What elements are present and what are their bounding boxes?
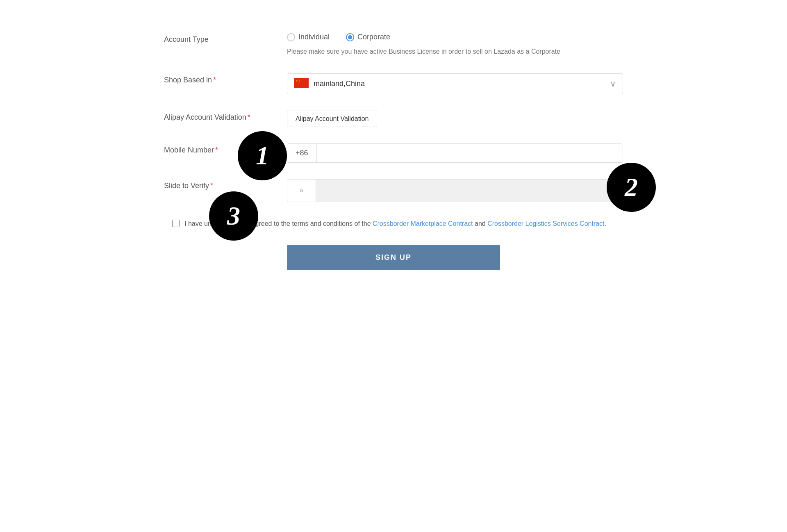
shop-based-row: Shop Based in* mainland,Ch xyxy=(164,73,623,94)
corporate-notice: Please make sure you have active Busines… xyxy=(287,46,623,57)
individual-label: Individual xyxy=(298,33,330,41)
slide-required: * xyxy=(210,182,213,190)
marketplace-contract-link[interactable]: Crossborder Marketplace Contract xyxy=(373,220,473,227)
form-container: Account Type Individual Corporate Please… xyxy=(148,25,639,278)
country-code: +86 xyxy=(287,144,317,162)
alipay-row: Alipay Account Validation* Alipay Accoun… xyxy=(164,111,623,127)
mobile-number-row: Mobile Number* +86 1 xyxy=(164,143,623,163)
terms-prefix: I have understood and agreed to the term… xyxy=(184,220,373,227)
slide-handle[interactable]: » xyxy=(287,180,316,202)
china-flag-svg xyxy=(294,78,309,88)
mobile-content: +86 xyxy=(287,143,623,163)
account-type-radio-group: Individual Corporate xyxy=(287,33,623,41)
terms-checkbox[interactable] xyxy=(172,220,180,227)
shop-based-label: Shop Based in* xyxy=(164,73,271,84)
slide-verify-label: Slide to Verify* xyxy=(164,179,271,190)
annotation-3: 3 xyxy=(209,191,258,241)
terms-and: and xyxy=(473,220,488,227)
china-flag-icon xyxy=(294,78,309,90)
alipay-button[interactable]: Alipay Account Validation xyxy=(287,111,377,127)
slide-verify-control[interactable]: » xyxy=(287,179,623,202)
mobile-number-label: Mobile Number* xyxy=(164,143,271,155)
account-type-content: Individual Corporate Please make sure yo… xyxy=(287,33,623,57)
slide-arrows-icon: » xyxy=(299,186,303,195)
corporate-radio-circle[interactable] xyxy=(346,33,354,41)
terms-period: . xyxy=(605,220,606,227)
account-type-row: Account Type Individual Corporate Please… xyxy=(164,33,623,57)
alipay-content: Alipay Account Validation xyxy=(287,111,623,127)
slide-verify-row: Slide to Verify* » 2 3 xyxy=(164,179,623,202)
mobile-number-input[interactable] xyxy=(317,144,623,162)
dropdown-left: mainland,China xyxy=(294,78,365,90)
shop-based-value: mainland,China xyxy=(314,80,365,88)
corporate-radio-option[interactable]: Corporate xyxy=(346,33,390,41)
alipay-required: * xyxy=(248,113,250,121)
terms-text: I have understood and agreed to the term… xyxy=(184,218,606,229)
alipay-label: Alipay Account Validation* xyxy=(164,111,271,122)
chevron-down-icon: ∨ xyxy=(610,79,616,89)
mobile-required: * xyxy=(215,146,218,154)
shop-based-content: mainland,China ∨ xyxy=(287,73,623,94)
signup-button[interactable]: SIGN UP xyxy=(287,245,500,270)
shop-based-dropdown[interactable]: mainland,China ∨ xyxy=(287,73,623,94)
svg-rect-0 xyxy=(294,78,309,88)
slide-verify-content: » xyxy=(287,179,623,202)
account-type-label: Account Type xyxy=(164,33,271,44)
corporate-label: Corporate xyxy=(357,33,390,41)
signup-button-wrapper: SIGN UP xyxy=(164,245,623,270)
terms-row: I have understood and agreed to the term… xyxy=(164,218,623,229)
annotation-1: 1 xyxy=(238,131,287,180)
shop-based-required: * xyxy=(213,76,216,84)
logistics-contract-link[interactable]: Crossborder Logistics Services Contract xyxy=(487,220,604,227)
individual-radio-option[interactable]: Individual xyxy=(287,33,330,41)
mobile-input-group: +86 xyxy=(287,143,623,163)
individual-radio-circle[interactable] xyxy=(287,33,295,41)
slide-track xyxy=(316,180,623,202)
